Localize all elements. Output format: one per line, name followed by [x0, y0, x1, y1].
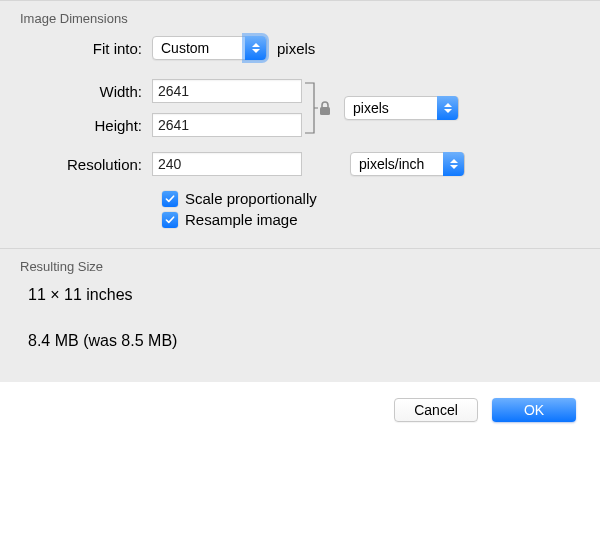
height-label: Height: — [20, 117, 152, 134]
dropdown-arrows-icon — [443, 152, 464, 176]
image-dimensions-title: Image Dimensions — [0, 11, 600, 36]
width-height-unit-select[interactable]: pixels — [344, 96, 459, 120]
dropdown-arrows-icon — [245, 36, 266, 60]
scale-proportionally-label: Scale proportionally — [185, 190, 317, 207]
cancel-button[interactable]: Cancel — [394, 398, 478, 422]
resolution-label: Resolution: — [20, 156, 152, 173]
resample-image-label: Resample image — [185, 211, 298, 228]
link-bracket-icon — [304, 78, 318, 138]
width-label: Width: — [20, 83, 152, 100]
result-dimensions-text: 11 × 11 inches — [28, 286, 572, 304]
fit-into-value: Custom — [161, 40, 209, 56]
check-icon — [165, 216, 175, 224]
result-filesize-text: 8.4 MB (was 8.5 MB) — [28, 332, 572, 350]
lock-icon — [318, 101, 332, 120]
resample-image-checkbox[interactable] — [162, 212, 178, 228]
width-input[interactable] — [152, 79, 302, 103]
ok-button[interactable]: OK — [492, 398, 576, 422]
fit-into-label: Fit into: — [20, 40, 152, 57]
dropdown-arrows-icon — [437, 96, 458, 120]
svg-rect-0 — [320, 107, 330, 115]
scale-proportionally-checkbox[interactable] — [162, 191, 178, 207]
resolution-unit-value: pixels/inch — [359, 156, 424, 172]
resolution-unit-select[interactable]: pixels/inch — [350, 152, 465, 176]
check-icon — [165, 195, 175, 203]
height-input[interactable] — [152, 113, 302, 137]
wh-unit-value: pixels — [353, 100, 389, 116]
image-dimensions-panel: Image Dimensions Fit into: Custom pixels… — [0, 0, 600, 248]
resulting-size-panel: Resulting Size 11 × 11 inches 8.4 MB (wa… — [0, 248, 600, 382]
resolution-input[interactable] — [152, 152, 302, 176]
resulting-size-title: Resulting Size — [0, 259, 600, 286]
fit-into-units-suffix: pixels — [277, 40, 315, 57]
fit-into-select[interactable]: Custom — [152, 36, 267, 60]
dialog-footer: Cancel OK — [0, 382, 600, 438]
